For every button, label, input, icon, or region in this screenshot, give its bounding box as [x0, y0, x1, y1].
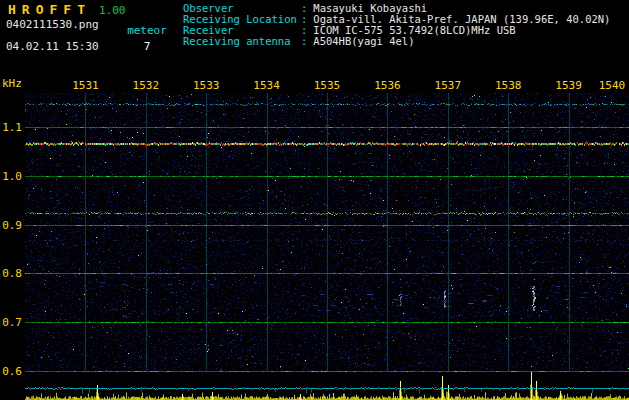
x-tick-label: 1536 [374, 79, 401, 92]
x-tick-label: 1539 [555, 79, 582, 92]
info-label: Receiving antenna [183, 36, 301, 47]
info-separator: : [301, 35, 307, 47]
meteor-counter: meteor 7 [124, 24, 170, 53]
y-tick-label: 0.9 [0, 219, 22, 232]
x-tick-label: 1534 [253, 79, 280, 92]
y-tick-label: 1.0 [0, 170, 22, 183]
app-title: HROFFT [8, 2, 91, 17]
y-axis-unit-label: kHz [2, 77, 22, 90]
meteor-count-value: 7 [124, 40, 170, 53]
app-version: 1.00 [99, 4, 126, 17]
x-tick-label: 1533 [193, 79, 220, 92]
info-row-antenna: Receiving antenna:A504HB(yagi 4el) [183, 36, 610, 47]
info-value: A504HB(yagi 4el) [313, 35, 414, 47]
record-datetime: 04.02.11 15:30 [6, 40, 99, 53]
y-tick-label: 1.1 [0, 121, 22, 134]
y-tick-label: 0.8 [0, 267, 22, 280]
y-tick-label: 0.6 [0, 365, 22, 378]
output-filename: 0402111530.png [6, 18, 99, 31]
x-tick-label: 1537 [435, 79, 462, 92]
x-tick-label: 1531 [72, 79, 99, 92]
x-tick-label: 1535 [314, 79, 341, 92]
y-tick-label: 0.7 [0, 316, 22, 329]
x-tick-label: 1532 [133, 79, 160, 92]
meteor-mode-label: meteor [124, 24, 170, 37]
spectrogram-canvas [25, 93, 629, 400]
x-tick-label: 1540 [599, 79, 626, 92]
hrofft-output-window: HROFFT 1.00 0402111530.png 04.02.11 15:3… [0, 0, 629, 400]
x-tick-label: 1538 [495, 79, 522, 92]
observer-info-block: Observer:Masayuki Kobayashi Receiving Lo… [183, 3, 610, 47]
